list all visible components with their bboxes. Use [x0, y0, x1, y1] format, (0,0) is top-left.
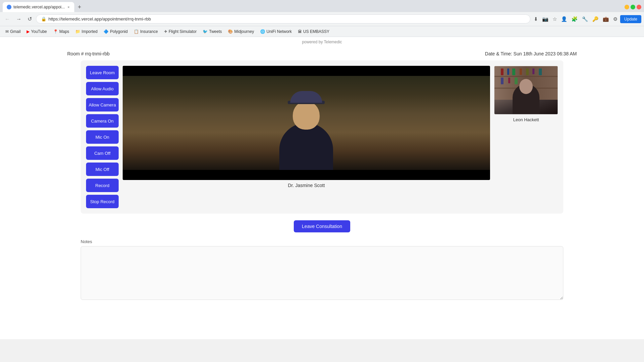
active-tab[interactable]: telemedic.vercel.app/appoi... ×: [3, 2, 74, 12]
notes-textarea[interactable]: [81, 246, 563, 300]
leave-consultation-button[interactable]: Leave Consultation: [294, 220, 350, 232]
close-button[interactable]: [637, 5, 641, 9]
imported-icon: 📁: [75, 29, 80, 34]
record-button[interactable]: Record: [86, 179, 119, 192]
maximize-button[interactable]: [631, 5, 635, 9]
powered-by-text: powered by Telemedic: [0, 37, 644, 47]
remote-video-label: Leon Hackett: [513, 117, 539, 122]
bookmark-tweets[interactable]: 🐦 Tweets: [200, 28, 225, 35]
bookmark-label: Tweets: [209, 29, 222, 34]
room-header: Room # rrq-tnmi-rbb Date & Time: Sun 18t…: [0, 47, 644, 60]
flight-icon: ✈: [164, 29, 167, 34]
profile-icon[interactable]: 👤: [560, 15, 569, 24]
notes-label: Notes: [81, 239, 563, 244]
extension-icon-1[interactable]: ⬇: [532, 15, 539, 24]
main-video-area: Dr. Jasmine Scott: [123, 66, 490, 208]
extension-icon-5[interactable]: 🔑: [591, 15, 600, 24]
page-content: powered by Telemedic Room # rrq-tnmi-rbb…: [0, 37, 644, 339]
bookmark-flight-simulator[interactable]: ✈ Flight Simulator: [161, 28, 199, 35]
minimize-button[interactable]: [625, 5, 629, 9]
allow-camera-button[interactable]: Allow Camera: [86, 98, 119, 111]
bookmark-gmail[interactable]: ✉ Gmail: [3, 28, 23, 35]
bookmark-label: Polygonid: [110, 29, 128, 34]
leave-room-button[interactable]: Leave Room: [86, 66, 119, 79]
room-number: Room # rrq-tnmi-rbb: [67, 51, 110, 56]
mic-off-button[interactable]: Mic Off: [86, 163, 119, 176]
stop-record-button[interactable]: Stop Record: [86, 195, 119, 208]
bookmark-imported[interactable]: 📁 Imported: [73, 28, 100, 35]
bookmark-unifi[interactable]: 🌐 UniFi Network: [257, 28, 294, 35]
nav-bar: ← → ↺ 🔒 https://telemedic.vercel.app/app…: [0, 12, 644, 26]
mic-on-button[interactable]: Mic On: [86, 130, 119, 144]
maps-icon: 📍: [53, 29, 58, 34]
address-bar[interactable]: 🔒 https://telemedic.vercel.app/appointme…: [36, 14, 530, 24]
notes-area: Notes: [81, 239, 563, 308]
tweets-icon: 🐦: [203, 29, 208, 34]
tab-close-button[interactable]: ×: [67, 4, 70, 10]
nav-icons: ⬇ 📷 ☆ 👤 🧩 🔧 🔑 💼 ⚙ Update: [532, 15, 641, 24]
bookmark-label: YouTube: [31, 29, 47, 34]
remote-video-panel: Leon Hackett: [494, 66, 558, 208]
new-tab-button[interactable]: +: [76, 4, 83, 11]
bookmark-label: UniFi Network: [267, 29, 292, 34]
bookmark-maps[interactable]: 📍 Maps: [50, 28, 72, 35]
update-button[interactable]: Update: [620, 15, 641, 23]
embassy-icon: 🏛: [298, 29, 302, 34]
video-bottom-bar: [123, 170, 490, 180]
cam-off-button[interactable]: Cam Off: [86, 146, 119, 160]
bookmark-label: Midjourney: [234, 29, 254, 34]
consultation-area: Leave Room Allow Audio Allow Camera Came…: [81, 60, 563, 214]
polygonid-icon: 🔷: [104, 29, 109, 34]
bookmark-insurance[interactable]: 📋 Insurance: [131, 28, 161, 35]
back-button[interactable]: ←: [3, 15, 12, 24]
allow-audio-button[interactable]: Allow Audio: [86, 82, 119, 95]
star-icon[interactable]: ☆: [551, 15, 558, 24]
main-video-container: [123, 66, 490, 180]
camera-on-button[interactable]: Camera On: [86, 114, 119, 128]
insurance-icon: 📋: [134, 29, 139, 34]
tab-title: telemedic.vercel.app/appoi...: [13, 5, 65, 9]
controls-panel: Leave Room Allow Audio Allow Camera Came…: [86, 66, 119, 208]
tab-favicon: [7, 5, 11, 9]
midjourney-icon: 🎨: [228, 29, 233, 34]
youtube-icon: ▶: [27, 29, 30, 34]
url-text: https://telemedic.vercel.app/appointment…: [48, 16, 525, 21]
tab-bar: telemedic.vercel.app/appoi... × +: [0, 0, 644, 12]
bookmark-label: Imported: [82, 29, 97, 34]
bookmark-label: Flight Simulator: [169, 29, 197, 34]
bookmark-label: Maps: [59, 29, 69, 34]
extension-icon-2[interactable]: 📷: [541, 15, 550, 24]
datetime: Date & Time: Sun 18th June 2023 06:38 AM: [485, 51, 577, 56]
bookmark-youtube[interactable]: ▶ YouTube: [24, 28, 49, 35]
remote-video-container: [494, 66, 558, 115]
leave-consultation-area: Leave Consultation: [0, 214, 644, 239]
refresh-button[interactable]: ↺: [26, 14, 34, 24]
bookmark-label: US EMBASSY: [303, 29, 329, 34]
main-video-frame: [123, 76, 490, 170]
extension-icon-4[interactable]: 🔧: [580, 15, 590, 24]
window-controls: [625, 5, 641, 9]
main-video-label: Dr. Jasmine Scott: [288, 183, 325, 188]
extension-icon-3[interactable]: 🧩: [570, 15, 579, 24]
bookmark-us-embassy[interactable]: 🏛 US EMBASSY: [295, 28, 332, 35]
bookmark-label: Insurance: [140, 29, 158, 34]
bookmark-label: Gmail: [10, 29, 21, 34]
extension-icon-7[interactable]: ⚙: [612, 15, 619, 24]
video-top-bar: [123, 66, 490, 76]
extension-icon-6[interactable]: 💼: [601, 15, 610, 24]
bookmark-midjourney[interactable]: 🎨 Midjourney: [225, 28, 257, 35]
unifi-icon: 🌐: [260, 29, 265, 34]
bookmark-polygonid[interactable]: 🔷 Polygonid: [101, 28, 130, 35]
gmail-icon: ✉: [5, 29, 9, 34]
bookmarks-bar: ✉ Gmail ▶ YouTube 📍 Maps 📁 Imported 🔷 Po…: [0, 26, 644, 37]
forward-button[interactable]: →: [14, 15, 24, 24]
